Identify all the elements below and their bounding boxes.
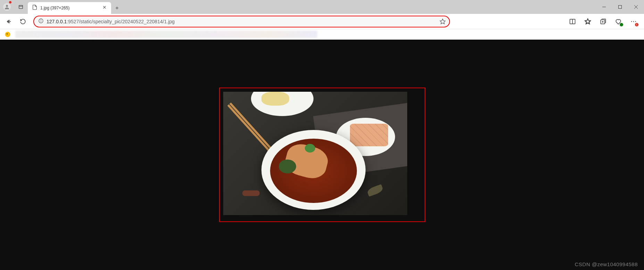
titlebar: 1.jpg (397×265) — [0, 0, 644, 14]
svg-point-31 — [7, 33, 8, 34]
svg-point-15 — [41, 20, 41, 20]
maximize-button[interactable] — [612, 0, 628, 14]
collections-button[interactable] — [597, 15, 609, 28]
svg-rect-1 — [19, 5, 23, 8]
svg-point-28 — [633, 21, 634, 22]
svg-point-30 — [5, 32, 10, 37]
profile-notification-dot — [9, 1, 11, 3]
minimize-button[interactable] — [596, 0, 612, 14]
image-highlight-box — [219, 88, 425, 222]
close-tab-button[interactable] — [102, 5, 107, 11]
svg-point-0 — [6, 5, 8, 7]
profile-button[interactable] — [0, 0, 14, 14]
browser-essentials-button[interactable] — [612, 15, 625, 28]
bookmark-item[interactable] — [3, 30, 12, 39]
watermark-text: CSDN @zew1040994588 — [575, 261, 638, 267]
favorites-button[interactable] — [582, 15, 594, 28]
tab-actions-button[interactable] — [14, 0, 28, 14]
bookmarks-blurred — [15, 31, 317, 38]
url-text: 127.0.0.1:9527/static/specialty_pic/2024… — [47, 19, 433, 24]
svg-marker-21 — [585, 19, 590, 23]
site-info-icon[interactable] — [38, 18, 44, 25]
back-button[interactable] — [3, 15, 15, 28]
notification-badge: 1 — [635, 23, 638, 26]
favorite-button[interactable] — [437, 16, 448, 27]
split-screen-button[interactable] — [566, 15, 579, 28]
toolbar: 127.0.0.1:9527/static/specialty_pic/2024… — [0, 14, 644, 29]
svg-rect-8 — [619, 6, 622, 9]
new-tab-button[interactable] — [111, 2, 123, 14]
refresh-button[interactable] — [17, 15, 29, 28]
close-window-button[interactable] — [628, 0, 644, 14]
svg-marker-16 — [440, 19, 445, 24]
tab-title: 1.jpg (397×265) — [40, 6, 99, 10]
displayed-image[interactable] — [223, 92, 407, 215]
address-bar[interactable]: 127.0.0.1:9527/static/specialty_pic/2024… — [33, 16, 450, 27]
page-viewport: CSDN @zew1040994588 — [0, 40, 644, 270]
svg-point-27 — [631, 21, 632, 22]
bookmarks-bar — [0, 29, 644, 40]
browser-tab[interactable]: 1.jpg (397×265) — [28, 2, 111, 14]
file-icon — [32, 5, 37, 11]
settings-menu-button[interactable]: 1 — [627, 15, 640, 28]
svg-point-29 — [635, 21, 636, 22]
